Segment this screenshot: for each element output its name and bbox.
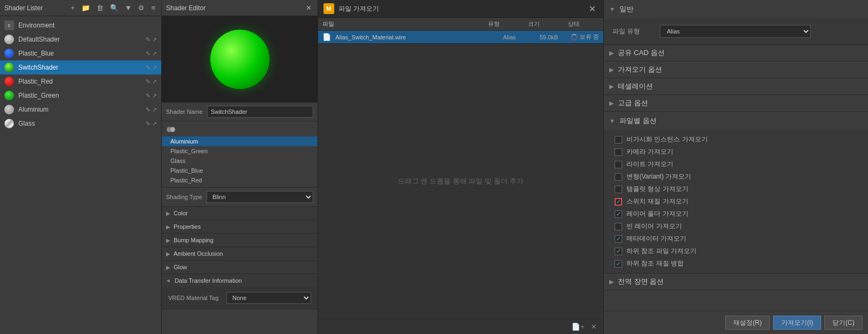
shader-item-red[interactable]: Plastic_Red ✎ ↗ (0, 74, 161, 88)
file-node-options-label: 파일별 옵션 (619, 116, 657, 126)
shader-label: SwitchShader (18, 64, 141, 71)
cb-merge-sub-materials[interactable] (615, 260, 622, 268)
add-file-button[interactable]: 📄+ (569, 322, 587, 332)
file-item[interactable]: 📄 Alias_Switch_Material.wire Alias 59.0k… (318, 31, 603, 44)
checkbox-camera[interactable]: 카메라 가져오기 (615, 146, 857, 158)
cb-empty-layer[interactable] (615, 223, 622, 230)
filter-icon[interactable]: ▼ (123, 3, 134, 12)
shader-item-green[interactable]: Plastic_Green ✎ ↗ (0, 88, 161, 103)
global-scene-options-section[interactable]: ▶ 전역 장면 옵션 (604, 274, 868, 290)
shader-item-blue[interactable]: Plastic_Blue ✎ ↗ (0, 46, 161, 60)
cb-template-geometry[interactable] (615, 186, 622, 193)
shader-name-input[interactable] (207, 106, 313, 118)
sub-shader-red[interactable]: Plastic_Red (162, 175, 318, 185)
checkbox-variant[interactable]: 변형(Variant) 가져오기 (615, 171, 857, 183)
file-node-options-header[interactable]: ▼ 파일별 옵션 (604, 112, 868, 130)
dialog-close-button[interactable]: ✕ (587, 4, 598, 14)
sub-shader-glass[interactable]: Glass (162, 156, 318, 166)
cb-layer-folder-label: 레이어 폴더 가져오기 (626, 209, 688, 219)
glow-section-label: Glow (174, 264, 187, 270)
shader-lister-header: Shader Lister + 📁 🗑 🔍 ▼ ⚙ ≡ (0, 0, 161, 16)
color-section-header[interactable]: ▶ Color (162, 207, 318, 220)
advanced-options-section[interactable]: ▶ 고급 옵션 (604, 95, 868, 112)
import-button[interactable]: 가져오기(I) (773, 316, 821, 330)
shader-item-aluminium[interactable]: Aluminium ✎ ↗ (0, 103, 161, 117)
cb-light[interactable] (615, 161, 622, 168)
add-shader-button[interactable]: + (69, 3, 77, 12)
data-transfer-section-header[interactable]: ▼ Data Transfer Information (162, 274, 318, 287)
sub-shader-green[interactable]: Plastic_Green (162, 146, 318, 156)
chevron-right-icon: ▶ (609, 50, 614, 57)
chevron-right-icon: ▶ (609, 278, 614, 285)
shader-item-default[interactable]: DefaultShader ✎ ↗ (0, 32, 161, 46)
checkbox-sub-reference-files[interactable]: 하위 참조 파일 가져오기 (615, 245, 857, 257)
checkbox-metadata[interactable]: 메타데이터 가져오기 (615, 233, 857, 245)
cb-invisible-instances[interactable] (615, 136, 622, 144)
add-folder-button[interactable]: 📁 (80, 3, 92, 12)
chevron-right-icon: ▶ (166, 224, 170, 230)
col-type-label: 유형 (488, 20, 500, 28)
menu-icon[interactable]: ≡ (149, 3, 157, 12)
glow-section-header[interactable]: ▶ Glow (162, 261, 318, 274)
shader-actions: ✎ ↗ (146, 78, 157, 85)
chevron-right-icon: ▶ (609, 83, 614, 90)
shader-item-switch[interactable]: SwitchShader ✎ ↗ (0, 60, 161, 74)
shader-editor-close-button[interactable]: ✕ (304, 3, 313, 12)
ambient-occlusion-section-label: Ambient Occlusion (174, 250, 223, 257)
checkbox-merge-sub-materials[interactable]: 하위 참조 재질 병합 (615, 257, 857, 270)
checkbox-invisible-instances[interactable]: 비가시화 인스턴스 가져오기 (615, 133, 857, 146)
ambient-occlusion-section-header[interactable]: ▶ Ambient Occlusion (162, 247, 318, 260)
sub-shader-aluminium[interactable]: Aluminium (162, 137, 318, 146)
shader-editor-header: Shader Editor ✕ (162, 0, 318, 16)
file-type-row: 파일 유형 Alias FBX OBJ STEP (612, 23, 859, 40)
close-button[interactable]: 닫기(C) (824, 316, 863, 330)
cb-light-label: 라이트 가져오기 (626, 160, 673, 169)
file-bottom-bar: 📄+ ✕ (318, 319, 603, 334)
remove-file-button[interactable]: ✕ (589, 322, 599, 332)
file-size: 59.0kB (540, 34, 567, 40)
settings-icon[interactable]: ⚙ (136, 3, 146, 12)
dialog-title-text: 파일 가져오기 (339, 4, 379, 13)
bump-mapping-section-header[interactable]: ▶ Bump Mapping (162, 234, 318, 247)
chevron-right-icon: ▶ (166, 264, 170, 270)
advanced-options-label: 고급 옵션 (618, 98, 648, 108)
cb-metadata-label: 메타데이터 가져오기 (626, 234, 686, 243)
import-options-section[interactable]: ▶ 가져오기 옵션 (604, 62, 868, 78)
shading-type-select[interactable]: Blinn (206, 191, 313, 203)
drop-hint-area: 드래그 앤 드롭을 통해 파일 및 폴더 추가 (318, 44, 603, 319)
col-file-label: 파일 (322, 20, 334, 28)
checkbox-light[interactable]: 라이트 가져오기 (615, 158, 857, 171)
chevron-right-icon: ▶ (609, 66, 614, 73)
file-type-select[interactable]: Alias FBX OBJ STEP (660, 25, 811, 38)
bump-mapping-section-label: Bump Mapping (174, 237, 213, 243)
drop-hint-text: 드래그 앤 드롭을 통해 파일 및 폴더 추가 (398, 176, 523, 186)
checkbox-empty-layer[interactable]: 빈 레이어 가져오기 (615, 220, 857, 233)
checkbox-template-geometry[interactable]: 탬플릿 형상 가져오기 (615, 183, 857, 195)
file-node-checkboxes: 비가시화 인스턴스 가져오기 카메라 가져오기 라이트 가져오기 변형(Vari… (604, 130, 868, 273)
status-spinner-icon (571, 34, 577, 40)
sub-shader-blue[interactable]: Plastic_Blue (162, 166, 318, 175)
tessellation-section[interactable]: ▶ 테셀레이션 (604, 78, 868, 95)
svg-point-1 (170, 127, 175, 132)
shader-name-row: Shader Name (162, 103, 318, 121)
properties-section-header[interactable]: ▶ Properties (162, 220, 318, 233)
reset-button[interactable]: 재설정(R) (725, 316, 770, 330)
cb-switch-material[interactable] (615, 198, 622, 206)
checkbox-switch-material[interactable]: 스위치 재질 가져오기 (615, 195, 857, 208)
cb-merge-sub-materials-label: 하위 참조 재질 병합 (626, 259, 684, 268)
shader-item-environment[interactable]: E Environment (0, 18, 161, 32)
shader-item-glass[interactable]: Glass ✎ ↗ (0, 117, 161, 131)
cb-sub-reference-files[interactable] (615, 248, 622, 255)
general-section-header[interactable]: ▼ 일반 (604, 0, 868, 18)
shader-lister-title: Shader Lister (4, 4, 43, 12)
cb-variant[interactable] (615, 173, 622, 181)
cb-metadata[interactable] (615, 235, 622, 243)
shader-editor-title: Shader Editor (166, 4, 205, 12)
delete-shader-button[interactable]: 🗑 (95, 3, 105, 12)
cb-camera[interactable] (615, 148, 622, 156)
shared-cad-section[interactable]: ▶ 공유 CAD 옵션 (604, 45, 868, 62)
cb-layer-folder[interactable] (615, 210, 622, 218)
search-icon[interactable]: 🔍 (108, 3, 120, 12)
vred-material-tag-select[interactable]: None (226, 292, 311, 304)
checkbox-layer-folder[interactable]: 레이어 폴더 가져오기 (615, 208, 857, 220)
